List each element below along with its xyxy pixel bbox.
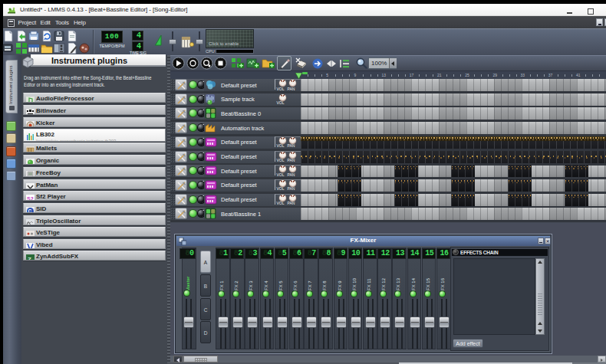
svg-text:S2: S2: [27, 196, 34, 201]
svg-text:C: C: [28, 208, 31, 213]
svg-text:Z: Z: [28, 256, 31, 261]
